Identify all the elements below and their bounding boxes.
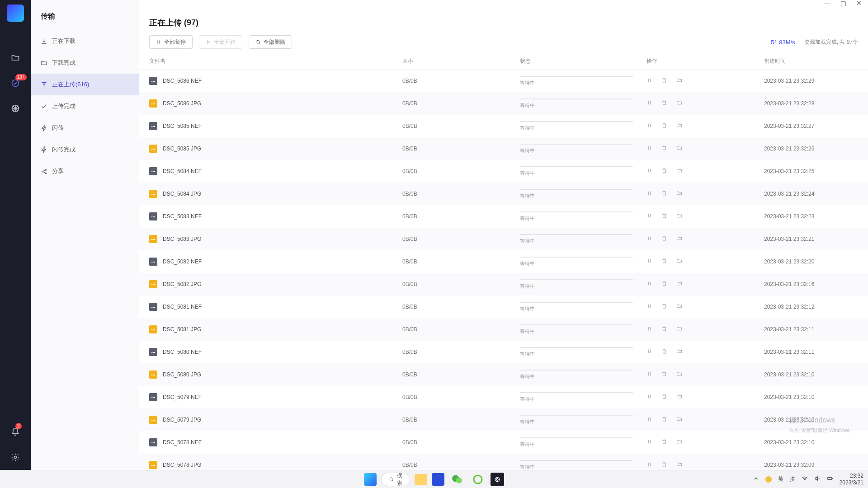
table-row[interactable]: •••DSC_5086.NEF0B/0B等待中2023-03-21 23:32:… <box>139 70 868 92</box>
delete-button[interactable] <box>661 213 667 220</box>
pause-button[interactable] <box>646 394 652 401</box>
pause-button[interactable] <box>646 416 652 423</box>
taskbar-app-icon[interactable] <box>491 473 504 486</box>
table-row[interactable]: •••DSC_5078.JPG0B/0B等待中2023-03-21 23:32:… <box>139 454 868 470</box>
table-row[interactable]: •••DSC_5080.JPG0B/0B等待中2023-03-21 23:32:… <box>139 363 868 386</box>
table-row[interactable]: •••DSC_5083.NEF0B/0B等待中2023-03-21 23:32:… <box>139 205 868 228</box>
maximize-button[interactable]: ▢ <box>840 0 846 6</box>
wifi-icon[interactable] <box>802 475 808 483</box>
open-folder-button[interactable] <box>676 145 682 152</box>
open-folder-button[interactable] <box>676 303 682 310</box>
pause-button[interactable] <box>646 439 652 446</box>
pause-button[interactable] <box>646 213 652 220</box>
taskbar-browser-icon[interactable] <box>470 473 486 486</box>
table-row[interactable]: •••DSC_5080.NEF0B/0B等待中2023-03-21 23:32:… <box>139 341 868 363</box>
open-folder-button[interactable] <box>676 461 682 469</box>
sidebar-item-3[interactable]: 上传完成 <box>31 95 139 117</box>
open-folder-button[interactable] <box>676 258 682 265</box>
pause-button[interactable] <box>646 326 652 333</box>
taskbar-explorer-icon[interactable] <box>415 474 427 485</box>
delete-button[interactable] <box>661 258 667 265</box>
table-row[interactable]: •••DSC_5085.NEF0B/0B等待中2023-03-21 23:32:… <box>139 115 868 137</box>
pause-button[interactable] <box>646 461 652 469</box>
pause-button[interactable] <box>646 168 652 175</box>
table-row[interactable]: •••DSC_5082.JPG0B/0B等待中2023-03-21 23:32:… <box>139 273 868 296</box>
open-folder-button[interactable] <box>676 348 682 356</box>
close-button[interactable]: ✕ <box>856 0 862 6</box>
pause-button[interactable] <box>646 235 652 243</box>
open-folder-button[interactable] <box>676 122 682 130</box>
delete-button[interactable] <box>661 168 667 175</box>
table-row[interactable]: •••DSC_5085.JPG0B/0B等待中2023-03-21 23:32:… <box>139 137 868 160</box>
ime-lang[interactable]: 英 <box>778 475 783 483</box>
table-row[interactable]: •••DSC_5081.JPG0B/0B等待中2023-03-21 23:32:… <box>139 318 868 341</box>
open-folder-button[interactable] <box>676 416 682 423</box>
ime-mode[interactable]: 拼 <box>790 475 795 483</box>
pause-button[interactable] <box>646 100 652 107</box>
rail-bell-icon[interactable]: 2 <box>0 419 31 445</box>
open-folder-button[interactable] <box>676 100 682 107</box>
delete-button[interactable] <box>661 100 667 107</box>
rail-folder-icon[interactable] <box>0 45 31 70</box>
table-row[interactable]: •••DSC_5083.JPG0B/0B等待中2023-03-21 23:32:… <box>139 228 868 250</box>
delete-button[interactable] <box>661 326 667 333</box>
tray-status-icon[interactable] <box>765 476 772 483</box>
sidebar-item-4[interactable]: 闪传 <box>31 117 139 139</box>
delete-all-button[interactable]: 全部删除 <box>249 35 292 49</box>
delete-button[interactable] <box>661 348 667 356</box>
rail-transfer-icon[interactable]: 19+ <box>0 70 31 96</box>
delete-button[interactable] <box>661 190 667 197</box>
sidebar-item-2[interactable]: 正在上传(616) <box>31 74 139 95</box>
open-folder-button[interactable] <box>676 213 682 220</box>
sidebar-item-0[interactable]: 正在下载 <box>31 30 139 52</box>
table-row[interactable]: •••DSC_5084.JPG0B/0B等待中2023-03-21 23:32:… <box>139 183 868 205</box>
open-folder-button[interactable] <box>676 235 682 243</box>
taskbar-search[interactable]: 搜索 <box>381 473 410 486</box>
delete-button[interactable] <box>661 439 667 446</box>
delete-button[interactable] <box>661 145 667 152</box>
tray-clock[interactable]: 23:32 2023/3/21 <box>840 473 863 486</box>
open-folder-button[interactable] <box>676 439 682 446</box>
table-row[interactable]: •••DSC_5082.NEF0B/0B等待中2023-03-21 23:32:… <box>139 250 868 273</box>
delete-button[interactable] <box>661 235 667 243</box>
open-folder-button[interactable] <box>676 371 682 378</box>
open-folder-button[interactable] <box>676 77 682 84</box>
pause-button[interactable] <box>646 348 652 356</box>
delete-button[interactable] <box>661 303 667 310</box>
taskbar-wechat-icon[interactable] <box>449 473 465 486</box>
delete-button[interactable] <box>661 281 667 288</box>
open-folder-button[interactable] <box>676 394 682 401</box>
pause-button[interactable] <box>646 258 652 265</box>
volume-icon[interactable] <box>814 475 821 483</box>
open-folder-button[interactable] <box>676 168 682 175</box>
pause-button[interactable] <box>646 371 652 378</box>
sidebar-item-1[interactable]: 下载完成 <box>31 52 139 74</box>
pause-button[interactable] <box>646 303 652 310</box>
table-row[interactable]: •••DSC_5079.NEF0B/0B等待中2023-03-21 23:32:… <box>139 386 868 408</box>
delete-button[interactable] <box>661 77 667 84</box>
pause-button[interactable] <box>646 281 652 288</box>
open-folder-button[interactable] <box>676 326 682 333</box>
delete-button[interactable] <box>661 122 667 130</box>
start-all-button[interactable]: 全部开始 <box>199 35 242 49</box>
open-folder-button[interactable] <box>676 190 682 197</box>
table-row[interactable]: •••DSC_5084.NEF0B/0B等待中2023-03-21 23:32:… <box>139 160 868 183</box>
battery-icon[interactable] <box>827 475 833 483</box>
table-row[interactable]: •••DSC_5086.JPG0B/0B等待中2023-03-21 23:32:… <box>139 92 868 115</box>
pause-button[interactable] <box>646 190 652 197</box>
rail-gear-icon[interactable] <box>0 445 31 470</box>
minimize-button[interactable]: — <box>824 0 830 6</box>
sidebar-item-5[interactable]: 闪传完成 <box>31 139 139 160</box>
start-button[interactable] <box>364 473 377 486</box>
delete-button[interactable] <box>661 394 667 401</box>
tray-chevron-icon[interactable] <box>753 475 759 483</box>
pause-all-button[interactable]: 全部暂停 <box>149 35 193 49</box>
rail-aperture-icon[interactable] <box>0 96 31 121</box>
delete-button[interactable] <box>661 416 667 423</box>
delete-button[interactable] <box>661 371 667 378</box>
open-folder-button[interactable] <box>676 281 682 288</box>
pause-button[interactable] <box>646 122 652 130</box>
delete-button[interactable] <box>661 461 667 469</box>
pause-button[interactable] <box>646 145 652 152</box>
taskbar-maxthon-icon[interactable] <box>432 473 444 486</box>
